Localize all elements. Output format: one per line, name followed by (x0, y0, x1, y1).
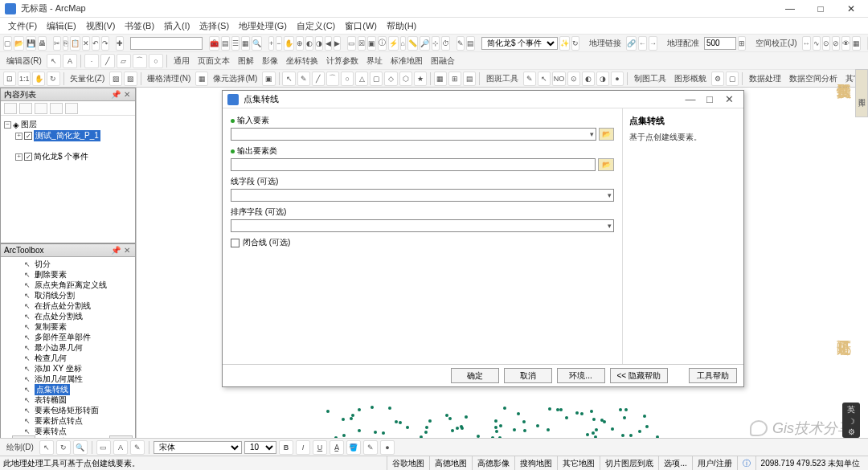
fixed-zoom-out-icon[interactable]: ◑ (315, 36, 323, 51)
arctoolbox-item[interactable]: ↖切分 (1, 259, 135, 269)
arctoolbox-item[interactable]: ↖要素折点转点 (1, 415, 135, 426)
vec2-icon[interactable]: ▧ (124, 72, 137, 86)
status-user[interactable]: 用户/注册 (692, 456, 737, 470)
sketch-i-icon[interactable]: ⬡ (399, 72, 412, 86)
close-line-checkbox[interactable] (231, 239, 240, 247)
font-size-combo[interactable]: 10 (244, 441, 276, 454)
toc-toggle-icon[interactable]: ☰ (231, 36, 240, 51)
status-other[interactable]: 其它地图 (557, 456, 600, 470)
status-sogou[interactable]: 搜狗地图 (514, 456, 557, 470)
next-extent-icon[interactable]: ▶ (334, 36, 341, 51)
select-el-icon[interactable]: ↖ (39, 440, 54, 455)
catalog-icon[interactable]: ▦ (241, 36, 250, 51)
toc-close-icon[interactable]: ✕ (122, 90, 132, 99)
grid1-icon[interactable]: ▦ (434, 72, 447, 86)
edit-vertices-icon[interactable]: ✎ (130, 440, 145, 455)
toc-pin-icon[interactable]: 📌 (109, 90, 122, 99)
vectorize-menu[interactable]: 矢量化(Z) (67, 73, 108, 84)
dt2-icon[interactable]: ↖ (538, 72, 551, 86)
arctoolbox-item[interactable]: ↖取消线分割 (1, 290, 135, 300)
georef-label[interactable]: 地理配准 (664, 38, 702, 49)
zoom-in-icon[interactable]: + (268, 36, 274, 51)
select-features-icon[interactable]: ▭ (347, 36, 356, 51)
adjust-icon[interactable]: ↔ (802, 36, 811, 51)
adjust-snap-icon[interactable]: ⊙ (822, 36, 830, 51)
find-icon[interactable]: 🔎 (420, 36, 430, 51)
annot-label[interactable]: 图解 (235, 55, 257, 67)
toc-list-by-drawing-icon[interactable] (4, 103, 17, 114)
layer2-checkbox[interactable]: ✓ (24, 153, 32, 161)
menu-geoprocess[interactable]: 地理处理(G) (234, 18, 292, 34)
close-button[interactable]: ✕ (839, 2, 863, 15)
cancel-button[interactable]: 取消 (504, 368, 552, 383)
raster-clean-menu[interactable]: 栅格清理(N) (144, 73, 194, 84)
adjust-link-icon[interactable]: ∿ (813, 36, 821, 51)
basemap-label[interactable]: 标准地图 (387, 55, 426, 67)
maximize-button[interactable]: □ (809, 2, 833, 15)
input-features-combo[interactable]: ▾ (231, 128, 596, 141)
zoom-1to1-icon[interactable]: 1:1 (18, 72, 31, 86)
ok-button[interactable]: 确定 (451, 368, 499, 383)
imagery-label[interactable]: 影像 (259, 55, 281, 67)
georef-scale[interactable] (704, 37, 736, 50)
arrow-left-icon[interactable]: ← (638, 36, 647, 51)
font-color-icon[interactable]: A̲ (330, 440, 344, 455)
expand-icon-2[interactable]: + (15, 153, 23, 161)
sketch-j-icon[interactable]: ★ (414, 72, 427, 86)
new-icon[interactable]: ▢ (3, 36, 12, 51)
add-data-icon[interactable]: ✚ (116, 36, 124, 51)
draw-menu[interactable]: 绘制(D) (3, 442, 37, 453)
menu-file[interactable]: 文件(F) (3, 18, 42, 34)
dialog-maximize-icon[interactable]: □ (700, 93, 719, 105)
arctoolbox-item[interactable]: ↖点集转线 (1, 384, 135, 394)
layer-refresh-icon[interactable]: ↻ (571, 36, 579, 51)
toc-options-icon[interactable] (65, 103, 78, 114)
save-icon[interactable]: 💾 (26, 36, 36, 51)
gr-icon[interactable]: ⚙ (711, 72, 724, 86)
adjust-view-icon[interactable]: 👁 (841, 36, 850, 51)
arctoolbox-item[interactable]: ↖最小边界几何 (1, 342, 135, 353)
tree-layer2[interactable]: + ✓ 简化龙$ 个事件 (4, 151, 132, 162)
menu-edit[interactable]: 编辑(E) (42, 18, 81, 34)
goto-xy-icon[interactable]: ⊹ (432, 36, 440, 51)
output-fc-input[interactable] (231, 158, 596, 171)
dt6-icon[interactable]: ◑ (596, 72, 609, 86)
sketch-circle-icon[interactable]: ○ (149, 54, 163, 68)
arctoolbox-close-icon[interactable]: ✕ (122, 246, 132, 255)
input-features-browse-icon[interactable]: 📂 (599, 128, 614, 141)
arctoolbox-item[interactable]: ↖要素包络矩形转面 (1, 405, 135, 415)
fixed-zoom-in-icon[interactable]: ◐ (305, 36, 313, 51)
print-icon[interactable]: 🖶 (38, 36, 47, 51)
sketch-point-icon[interactable]: · (84, 54, 99, 68)
line-field-combo[interactable]: ▾ (231, 189, 614, 202)
copy-icon[interactable]: ⎘ (63, 36, 68, 51)
identify-icon[interactable]: ⓘ (378, 36, 387, 51)
full-extent-icon[interactable]: ⊕ (296, 36, 304, 51)
rect-icon[interactable]: ▭ (96, 440, 111, 455)
create-feature-icon[interactable]: ✎ (457, 36, 465, 51)
sketch-f-icon[interactable]: △ (355, 72, 368, 86)
clear-selection-icon[interactable]: ☒ (358, 36, 366, 51)
menu-customize[interactable]: 自定义(C) (292, 18, 340, 34)
dialog-close-icon[interactable]: ✕ (719, 93, 739, 105)
sketch-b-icon[interactable]: ✎ (297, 72, 310, 86)
graphicrep-label[interactable]: 图形概貌 (671, 73, 710, 84)
layer1-checkbox[interactable]: ✓ (24, 132, 32, 140)
adjust-edge-icon[interactable]: ⊘ (832, 36, 840, 51)
scale-combo[interactable] (130, 37, 203, 50)
line-color-icon[interactable]: ✎ (363, 440, 378, 455)
toc-list-by-visibility-icon[interactable] (35, 103, 47, 114)
tree-layer1[interactable]: + ✓ 测试_简化龙_P_1 (4, 130, 132, 141)
output-fc-browse-icon[interactable]: 📂 (598, 158, 614, 171)
rotate-icon[interactable]: ↻ (47, 72, 59, 86)
grid3-icon[interactable]: ▤ (463, 72, 476, 86)
fill-color-icon[interactable]: 🪣 (346, 440, 361, 455)
coord-label[interactable]: 坐标转换 (283, 55, 321, 67)
target-layer-combo[interactable]: 简化龙$ 个事件 (481, 37, 558, 50)
sketch-c-icon[interactable]: ╱ (312, 72, 325, 86)
environments-button[interactable]: 环境... (557, 368, 605, 383)
hide-help-button[interactable]: << 隐藏帮助 (610, 368, 668, 383)
arctoolbox-item[interactable]: ↖原点夹角距离定义线 (1, 280, 135, 290)
zoom-window-icon[interactable]: ⊡ (3, 72, 16, 86)
spatial-adjust-label[interactable]: 空间校正(J) (752, 38, 800, 49)
